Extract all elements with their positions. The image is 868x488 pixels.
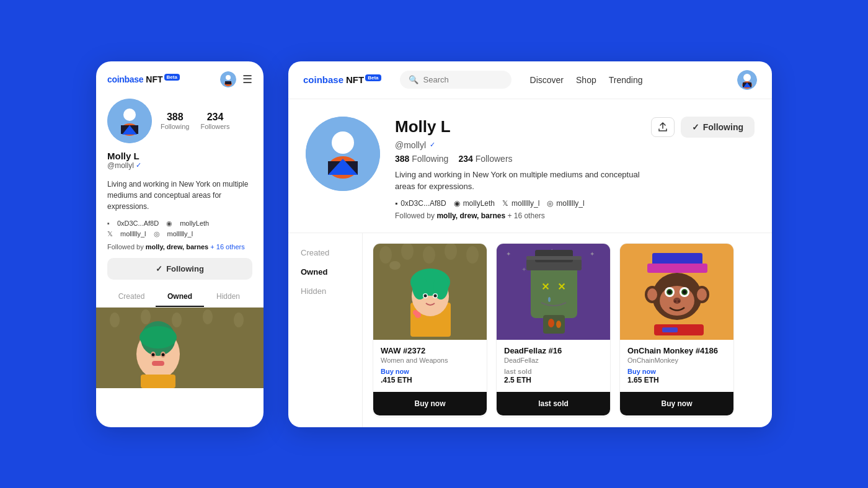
svg-point-37 bbox=[423, 246, 435, 264]
svg-point-1 bbox=[226, 75, 231, 80]
mobile-header-icons: ☰ bbox=[220, 71, 252, 87]
nft-card-1-price: 2.5 ETH bbox=[504, 376, 603, 384]
mobile-following-stat: 388 Following bbox=[161, 112, 189, 130]
mobile-following-button[interactable]: ✓ Following bbox=[107, 258, 252, 280]
desktop-profile-name: Molly L bbox=[395, 117, 451, 136]
svg-point-75 bbox=[697, 288, 707, 301]
nft-card-0-image bbox=[373, 244, 487, 340]
desktop-following-button[interactable]: ✓ Following bbox=[681, 117, 755, 138]
followed-others[interactable]: + 16 others bbox=[210, 243, 244, 251]
svg-text:✦: ✦ bbox=[590, 251, 595, 257]
instagram-icon: ◎ bbox=[154, 230, 160, 238]
desktop-link-wallet: ▪ 0xD3C...Af8D bbox=[395, 199, 446, 208]
svg-point-11 bbox=[141, 309, 151, 324]
sidebar-tab-owned[interactable]: Owned bbox=[288, 262, 362, 282]
nav-trending[interactable]: Trending bbox=[609, 75, 643, 85]
desktop-twitter-icon: 𝕏 bbox=[502, 199, 508, 208]
mobile-logo-nft: NFTBeta bbox=[146, 74, 180, 84]
desktop-logo-nft: NFTBeta bbox=[346, 74, 381, 85]
nft-card-2-action[interactable]: Buy now bbox=[620, 392, 733, 415]
mobile-logo: coinbase NFTBeta bbox=[107, 74, 180, 84]
svg-point-35 bbox=[379, 246, 392, 264]
wallet-icon: ▪ bbox=[107, 220, 110, 227]
svg-point-51 bbox=[413, 310, 418, 315]
svg-point-17 bbox=[140, 326, 177, 348]
share-button[interactable] bbox=[651, 117, 675, 137]
hamburger-menu[interactable]: ☰ bbox=[242, 73, 252, 86]
svg-point-39 bbox=[466, 246, 479, 264]
desktop-card: coinbase NFTBeta 🔍 Discover Shop Trendin… bbox=[288, 61, 772, 427]
mobile-bio: Living and working in New York on multip… bbox=[96, 175, 264, 217]
svg-point-64 bbox=[548, 297, 551, 302]
mobile-name-section: Molly L @mollyl ✓ bbox=[96, 151, 264, 175]
nft-card-2-image bbox=[620, 244, 733, 340]
svg-point-13 bbox=[203, 309, 213, 324]
nft-card-1-image: ✦ ✦ ✦ ✦ ✦ ✕ ✕ bbox=[497, 244, 610, 340]
svg-point-12 bbox=[172, 313, 182, 327]
svg-point-25 bbox=[743, 74, 751, 81]
desktop-logo-coinbase: coinbase bbox=[303, 74, 343, 85]
mobile-links: ▪ 0xD3C...Af8D ◉ mollyLeth 𝕏 mollllly_l … bbox=[96, 217, 264, 242]
search-input[interactable] bbox=[423, 75, 503, 84]
svg-rect-20 bbox=[152, 361, 164, 366]
mobile-user-handle: @mollyl ✓ bbox=[107, 161, 252, 170]
nft-card-0-title: WAW #2372 bbox=[381, 346, 479, 355]
nft-card-1-action[interactable]: last sold bbox=[497, 392, 610, 415]
mobile-tab-hidden[interactable]: Hidden bbox=[204, 287, 252, 307]
mobile-nav-avatar[interactable] bbox=[220, 71, 236, 87]
mobile-tab-owned[interactable]: Owned bbox=[156, 287, 204, 307]
following-count: 388 bbox=[161, 112, 189, 123]
nft-card-0-collection: Women and Weapons bbox=[381, 357, 479, 364]
svg-point-5 bbox=[123, 109, 136, 121]
nft-card-1-price-label: last sold bbox=[504, 368, 603, 375]
nft-card-0-price-label: Buy now bbox=[381, 368, 479, 375]
svg-text:✕: ✕ bbox=[541, 282, 549, 292]
mobile-tab-created[interactable]: Created bbox=[107, 287, 156, 307]
svg-point-82 bbox=[683, 290, 686, 294]
beta-badge: Beta bbox=[164, 74, 180, 81]
svg-point-74 bbox=[647, 288, 657, 301]
followers-label: Followers bbox=[200, 123, 229, 130]
nft-card-2-collection: OnChainMonkey bbox=[627, 357, 726, 364]
desktop-followers-stat: 234 Followers bbox=[458, 154, 512, 164]
desktop-search-bar[interactable]: 🔍 bbox=[400, 71, 512, 89]
desktop-followed-by: Followed by molly, drew, barnes + 16 oth… bbox=[395, 211, 755, 220]
desktop-user-handle: @mollyl bbox=[395, 140, 426, 150]
mobile-followers-stat: 234 Followers bbox=[200, 112, 229, 130]
sidebar-tab-hidden[interactable]: Hidden bbox=[288, 282, 362, 301]
svg-point-66 bbox=[548, 319, 554, 327]
nft-card-2: OnChain Monkey #4186 OnChainMonkey Buy n… bbox=[619, 243, 734, 417]
nft-card-1-info: DeadFellaz #16 DeadFellaz last sold 2.5 … bbox=[497, 340, 610, 392]
nft-card-0-action[interactable]: Buy now bbox=[373, 392, 487, 415]
ens-icon: ◉ bbox=[166, 220, 172, 228]
followers-count: 234 bbox=[200, 112, 229, 123]
svg-point-22 bbox=[162, 353, 165, 356]
desktop-instagram-icon: ◎ bbox=[547, 199, 553, 208]
twitter-icon: 𝕏 bbox=[107, 230, 113, 238]
nav-shop[interactable]: Shop bbox=[576, 75, 596, 85]
nft-card-0: WAW #2372 Women and Weapons Buy now .415… bbox=[373, 243, 487, 417]
desktop-nav-right bbox=[737, 70, 757, 90]
desktop-followed-others[interactable]: + 16 others bbox=[507, 211, 544, 220]
svg-point-21 bbox=[152, 353, 155, 356]
desktop-nav-avatar[interactable] bbox=[737, 70, 757, 90]
svg-point-14 bbox=[234, 313, 244, 327]
desktop-profile-actions: ✓ Following bbox=[651, 117, 755, 138]
sidebar-tab-created[interactable]: Created bbox=[288, 243, 362, 262]
verified-icon: ✓ bbox=[136, 161, 141, 169]
desktop-bio: Living and working in New York on multip… bbox=[395, 169, 655, 193]
desktop-navbar: coinbase NFTBeta 🔍 Discover Shop Trendin… bbox=[288, 61, 772, 99]
svg-rect-61 bbox=[526, 256, 582, 260]
desktop-profile-header-row: Molly L ✓ Following bbox=[395, 117, 755, 138]
desktop-content: Created Owned Hidden bbox=[288, 233, 772, 427]
mobile-profile-avatar bbox=[107, 99, 152, 143]
desktop-link-instagram: ◎ mollllly_l bbox=[547, 199, 584, 208]
nav-discover[interactable]: Discover bbox=[530, 75, 564, 85]
desktop-wallet-icon: ▪ bbox=[395, 199, 397, 208]
desktop-nft-grid: WAW #2372 Women and Weapons Buy now .415… bbox=[363, 233, 772, 427]
share-icon bbox=[658, 122, 668, 132]
nft-card-2-info: OnChain Monkey #4186 OnChainMonkey Buy n… bbox=[620, 340, 733, 392]
desktop-handle-row: @mollyl ✓ bbox=[395, 140, 755, 150]
svg-rect-58 bbox=[531, 262, 577, 318]
svg-rect-70 bbox=[647, 264, 707, 273]
